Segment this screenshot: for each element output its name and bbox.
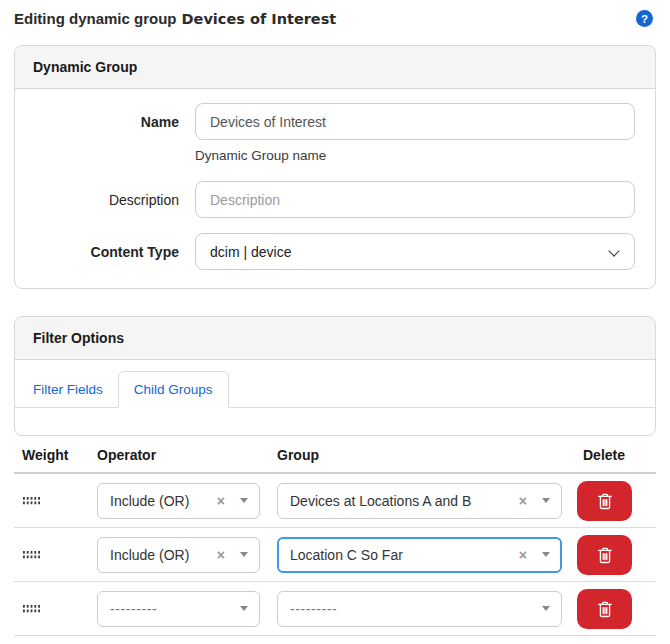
group-select-row2[interactable]: Location C So Far × [277,537,562,573]
name-field-wrap [195,103,635,140]
content-type-label: Content Type [35,244,195,260]
column-header-group: Group [277,447,577,463]
group-select-row1[interactable]: Devices at Locations A and B × [277,483,562,519]
dropdown-arrow-icon [240,606,248,611]
content-type-field-wrap: dcim | device [195,233,635,270]
description-form-row: Description [35,181,635,218]
name-input[interactable] [195,103,635,140]
delete-row-button[interactable] [577,535,632,575]
table-row: Include (OR) × Location C So Far × [14,528,656,582]
page-header: Editing dynamic groupDevices of Interest… [0,0,670,27]
dynamic-group-panel-body: Name Dynamic Group name Description Cont… [15,89,655,288]
tab-content-spacer [15,408,655,435]
group-select-row3[interactable]: --------- [277,591,562,627]
page-title: Editing dynamic groupDevices of Interest [14,10,336,27]
drag-handle-icon[interactable] [22,496,41,505]
group-selected-value: Devices at Locations A and B [290,493,511,509]
name-help-text: Dynamic Group name [195,148,635,163]
operator-select-row1[interactable]: Include (OR) × [97,483,260,519]
filter-options-panel: Filter Options Filter Fields Child Group… [14,316,656,436]
dropdown-arrow-icon [240,552,248,557]
name-label: Name [35,114,195,130]
delete-row-button[interactable] [577,589,632,629]
name-form-row: Name [35,103,635,140]
trash-icon [595,599,615,619]
dropdown-arrow-icon [240,498,248,503]
help-icon[interactable]: ? [636,10,653,27]
clear-selection-icon[interactable]: × [217,494,225,508]
dynamic-group-panel: Dynamic Group Name Dynamic Group name De… [14,45,656,289]
child-groups-table-header: Weight Operator Group Delete [14,438,656,474]
table-row: --------- --------- [14,582,656,636]
drag-handle-icon[interactable] [22,550,41,559]
content-type-form-row: Content Type dcim | device [35,233,635,270]
column-header-delete: Delete [577,447,656,463]
page-title-action: Editing dynamic group [14,10,177,27]
child-groups-table: Weight Operator Group Delete Include (OR… [14,438,656,636]
content-type-select[interactable]: dcim | device [195,233,635,270]
filter-options-panel-body: Filter Fields Child Groups [15,371,655,435]
tab-child-groups[interactable]: Child Groups [118,371,229,408]
table-row: Include (OR) × Devices at Locations A an… [14,474,656,528]
dropdown-arrow-icon [542,552,550,557]
column-header-weight: Weight [14,447,97,463]
trash-icon [595,491,615,511]
clear-selection-icon[interactable]: × [217,548,225,562]
filter-tabs: Filter Fields Child Groups [15,371,655,408]
filter-options-panel-title: Filter Options [15,317,655,360]
group-selected-value: Location C So Far [290,547,511,563]
delete-row-button[interactable] [577,481,632,521]
chevron-down-icon [608,245,619,256]
dropdown-arrow-icon [542,498,550,503]
description-label: Description [35,192,195,208]
clear-selection-icon[interactable]: × [519,548,527,562]
page-title-object-name: Devices of Interest [182,11,337,27]
description-field-wrap [195,181,635,218]
tab-filter-fields[interactable]: Filter Fields [18,372,118,407]
description-input[interactable] [195,181,635,218]
operator-select-row3[interactable]: --------- [97,591,260,627]
operator-empty-value: --------- [110,601,240,617]
column-header-operator: Operator [97,447,277,463]
question-mark-glyph: ? [641,13,648,25]
operator-selected-value: Include (OR) [110,547,209,563]
dropdown-arrow-icon [542,606,550,611]
operator-selected-value: Include (OR) [110,493,209,509]
trash-icon [595,545,615,565]
group-empty-value: --------- [290,601,542,617]
dynamic-group-panel-title: Dynamic Group [15,46,655,89]
clear-selection-icon[interactable]: × [519,494,527,508]
operator-select-row2[interactable]: Include (OR) × [97,537,260,573]
content-type-selected-value: dcim | device [210,244,291,260]
drag-handle-icon[interactable] [22,604,41,613]
